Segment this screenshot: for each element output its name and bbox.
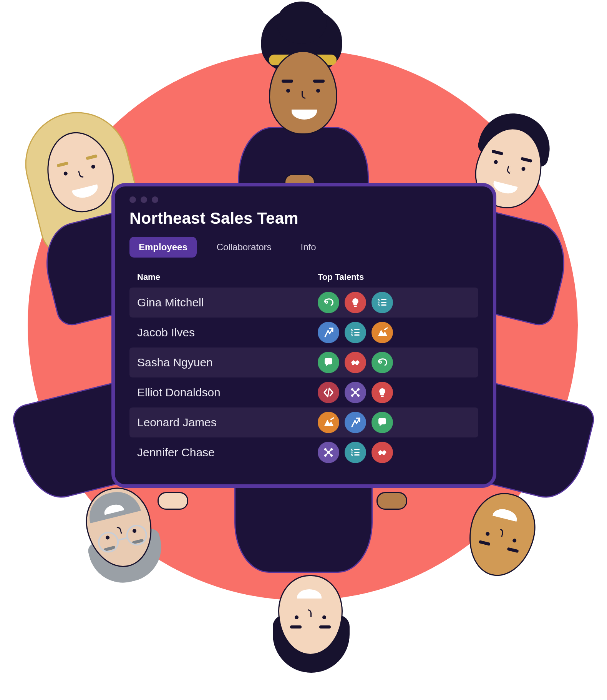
employee-name: Jacob Ilves — [137, 326, 318, 339]
bulb-icon[interactable] — [345, 292, 366, 313]
tabs: Employees Collaborators Info — [129, 237, 478, 258]
talents-cell — [318, 442, 471, 463]
network-icon[interactable] — [318, 442, 339, 463]
illustration-stage: Northeast Sales Team Employees Collabora… — [0, 0, 607, 700]
talents-cell — [318, 292, 471, 313]
glasses-icon — [96, 524, 149, 555]
window-controls — [129, 196, 478, 203]
chat-icon[interactable] — [318, 352, 339, 373]
table-header: Name Top Talents — [129, 272, 478, 288]
handshake-icon[interactable] — [371, 442, 393, 463]
employee-name: Elliot Donaldson — [137, 386, 318, 399]
team-card: Northeast Sales Team Employees Collabora… — [111, 183, 496, 488]
tab-info[interactable]: Info — [291, 237, 325, 258]
employee-name: Jennifer Chase — [137, 446, 318, 459]
table-row[interactable]: Jennifer Chase — [129, 437, 478, 467]
employee-name: Leonard James — [137, 416, 318, 429]
checklist-icon[interactable] — [345, 442, 366, 463]
network-icon[interactable] — [345, 382, 366, 403]
path-icon[interactable] — [318, 322, 339, 343]
hand-icon — [376, 492, 407, 510]
talents-cell — [318, 382, 471, 403]
bulb-icon[interactable] — [371, 382, 393, 403]
window-dot-icon — [152, 196, 158, 203]
chat-icon[interactable] — [371, 412, 393, 433]
table-row[interactable]: Sasha Ngyuen — [129, 348, 478, 377]
person-bottom-center — [223, 477, 384, 692]
path-icon[interactable] — [345, 412, 366, 433]
table-row[interactable]: Elliot Donaldson — [129, 377, 478, 407]
table-row[interactable]: Leonard James — [129, 407, 478, 437]
mountain-icon[interactable] — [318, 412, 339, 433]
tab-collaborators[interactable]: Collaborators — [207, 237, 281, 258]
hand-icon — [158, 492, 188, 510]
chameleon-icon[interactable] — [371, 352, 393, 373]
talents-cell — [318, 412, 471, 433]
employee-name: Gina Mitchell — [137, 296, 318, 309]
handshake-icon[interactable] — [345, 352, 366, 373]
talents-cell — [318, 352, 471, 373]
column-header-name: Name — [137, 272, 318, 282]
window-dot-icon — [129, 196, 136, 203]
checklist-icon[interactable] — [371, 292, 393, 313]
employee-name: Sasha Ngyuen — [137, 356, 318, 369]
tab-employees[interactable]: Employees — [129, 237, 197, 258]
column-header-talents: Top Talents — [318, 272, 471, 282]
talents-cell — [318, 322, 471, 343]
code-icon[interactable] — [318, 382, 339, 403]
window-dot-icon — [141, 196, 147, 203]
chameleon-icon[interactable] — [318, 292, 339, 313]
mountain-icon[interactable] — [371, 322, 393, 343]
table-row[interactable]: Jacob Ilves — [129, 318, 478, 348]
card-title: Northeast Sales Team — [129, 209, 478, 228]
table-row[interactable]: Gina Mitchell — [129, 288, 478, 318]
checklist-icon[interactable] — [345, 322, 366, 343]
table-body: Gina MitchellJacob IlvesSasha NgyuenElli… — [129, 288, 478, 467]
